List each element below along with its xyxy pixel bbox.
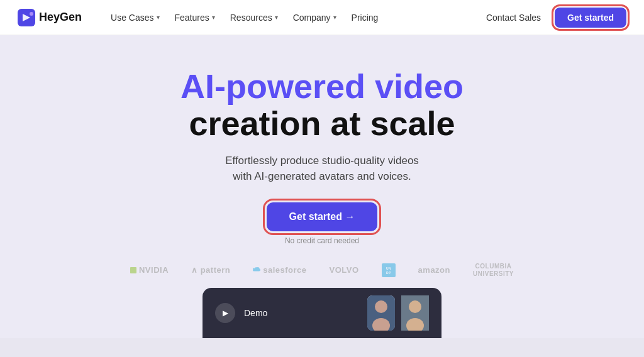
chevron-down-icon: ▾: [275, 14, 278, 21]
hero-cta-wrap: Get started → No credit card needed: [267, 202, 378, 245]
logo-pattern: ∧ pattern: [191, 265, 230, 275]
logo-nvidia: NVIDIA: [130, 265, 169, 275]
hero-section: AI-powered video creation at scale Effor…: [0, 35, 644, 338]
play-button[interactable]: ▶: [215, 303, 235, 323]
video-face-1: [367, 295, 395, 331]
logo-amazon: amazon: [418, 265, 450, 275]
svg-text:UN: UN: [386, 266, 391, 270]
nvidia-icon: [130, 267, 136, 273]
navbar: HeyGen Use Cases ▾ Features ▾ Resources …: [0, 0, 644, 35]
nav-links: Use Cases ▾ Features ▾ Resources ▾ Compa…: [104, 9, 480, 26]
person-silhouette-1: [367, 295, 395, 331]
play-icon: ▶: [223, 309, 228, 317]
video-face-2: [401, 295, 429, 331]
nav-item-features[interactable]: Features ▾: [169, 9, 221, 26]
nav-item-company[interactable]: Company ▾: [287, 9, 343, 26]
hero-title: AI-powered video creation at scale: [180, 68, 464, 143]
nav-item-use-cases[interactable]: Use Cases ▾: [104, 9, 165, 26]
logo-undp: UN DP: [382, 263, 396, 277]
svg-rect-3: [130, 267, 136, 273]
undp-icon: UN DP: [382, 263, 396, 277]
nav-item-pricing[interactable]: Pricing: [345, 9, 385, 26]
nav-item-resources[interactable]: Resources ▾: [224, 9, 284, 26]
svg-text:DP: DP: [386, 271, 391, 275]
svg-point-11: [409, 300, 421, 313]
demo-label: Demo: [244, 308, 267, 318]
logo-volvo: VOLVO: [330, 265, 359, 275]
video-preview: ▶ Demo: [203, 288, 441, 338]
logo-columbia: COLUMBIAUNIVERSITY: [473, 263, 514, 278]
contact-sales-link[interactable]: Contact Sales: [480, 9, 547, 26]
chevron-down-icon: ▾: [157, 14, 160, 21]
svg-rect-4: [382, 263, 396, 277]
logo-salesforce: salesforce: [253, 265, 306, 275]
hero-title-highlight: AI-powered video: [180, 67, 464, 105]
hero-title-dark: creation at scale: [189, 104, 455, 142]
get-started-nav-button[interactable]: Get started: [555, 8, 626, 28]
logos-section: NVIDIA ∧ pattern salesforce VOLVO UN DP …: [130, 245, 514, 288]
nav-right: Contact Sales Get started: [480, 8, 626, 28]
chevron-down-icon: ▾: [333, 14, 336, 21]
svg-point-2: [30, 12, 33, 16]
person-silhouette-2: [401, 295, 429, 331]
salesforce-icon: [253, 267, 260, 273]
hero-subtitle: Effortlessly produce studio-quality vide…: [225, 153, 419, 185]
chevron-down-icon: ▾: [212, 14, 215, 21]
no-credit-text: No credit card needed: [285, 236, 359, 245]
logo-text: HeyGen: [39, 11, 82, 24]
logo[interactable]: HeyGen: [18, 9, 82, 26]
hero-get-started-button[interactable]: Get started →: [267, 202, 378, 231]
svg-point-8: [375, 300, 387, 313]
heygen-logo-icon: [18, 9, 35, 26]
